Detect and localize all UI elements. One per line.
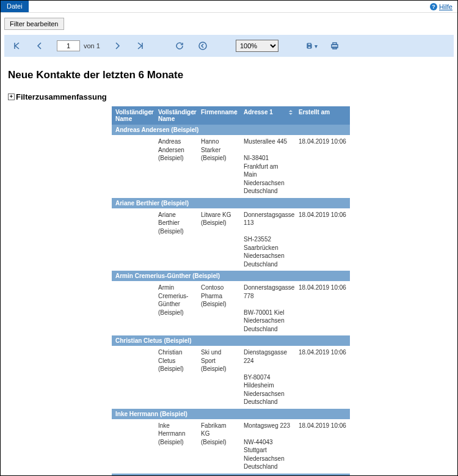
page-of-label: von 1 — [84, 42, 100, 49]
menubar: Datei ? Hilfe — [1, 1, 457, 13]
sort-icon — [190, 110, 195, 115]
filter-bar: Filter bearbeiten — [1, 13, 457, 35]
refresh-button[interactable] — [173, 40, 186, 52]
filter-summary-label: Filterzusammenfassung — [16, 92, 107, 101]
sort-icon — [288, 110, 293, 115]
print-button[interactable] — [329, 40, 341, 52]
svg-point-0 — [199, 42, 206, 49]
table-row: Inke Herrmann (Beispiel)Fabrikam KG (Bei… — [112, 419, 350, 474]
group-header-row[interactable]: Jan Schräpel (Beispiel) — [112, 474, 350, 476]
report-toolbar: von 1 100% ▾ — [4, 35, 454, 57]
sort-icon — [147, 110, 152, 115]
table-row: Ariane Berthier (Beispiel)Litware KG (Be… — [112, 208, 350, 271]
table-row: Armin Cremerius-Günther (Beispiel)Contos… — [112, 281, 350, 335]
help-icon: ? — [430, 3, 437, 10]
svg-rect-2 — [308, 46, 311, 48]
group-header-row[interactable]: Armin Cremerius-Günther (Beispiel) — [112, 271, 350, 281]
app-window: Datei ? Hilfe Filter bearbeiten von 1 — [0, 0, 458, 476]
chevron-down-icon: ▾ — [314, 43, 318, 49]
last-page-button[interactable] — [134, 40, 147, 52]
menu-file[interactable]: Datei — [1, 1, 29, 12]
first-page-button[interactable] — [10, 40, 23, 52]
group-header-row[interactable]: Andreas Andersen (Beispiel) — [112, 125, 350, 135]
page-number-input[interactable] — [57, 40, 80, 51]
group-header-row[interactable]: Ariane Berthier (Beispiel) — [112, 198, 350, 208]
column-header-fullname-2[interactable]: Vollständiger Name — [154, 106, 197, 125]
back-button[interactable] — [197, 40, 209, 52]
column-header-address[interactable]: Adresse 1 — [240, 106, 295, 125]
svg-rect-4 — [333, 43, 336, 45]
column-header-created[interactable]: Erstellt am — [295, 106, 350, 125]
table-row: Christian Cletus (Beispiel)Ski und Sport… — [112, 346, 350, 409]
expand-icon: + — [8, 93, 15, 100]
table-row: Andreas Andersen (Beispiel)Hanno Starker… — [112, 135, 350, 198]
next-page-button[interactable] — [111, 40, 123, 52]
edit-filter-button[interactable]: Filter bearbeiten — [4, 18, 64, 30]
report-table: Vollständiger Name Vollständiger Name Fi… — [112, 106, 350, 475]
column-header-fullname-1[interactable]: Vollständiger Name — [112, 106, 154, 125]
report-title: Neue Kontakte der letzten 6 Monate — [8, 69, 448, 81]
group-header-row[interactable]: Inke Herrmann (Beispiel) — [112, 409, 350, 419]
svg-rect-1 — [308, 43, 311, 45]
zoom-select[interactable]: 100% — [236, 40, 278, 52]
sort-icon — [233, 110, 238, 115]
prev-page-button[interactable] — [34, 40, 46, 52]
help-link[interactable]: Hilfe — [439, 3, 453, 10]
filter-summary-toggle[interactable]: + Filterzusammenfassung — [8, 92, 448, 101]
column-header-company[interactable]: Firmenname — [197, 106, 240, 125]
save-button[interactable]: ▾ — [305, 40, 318, 52]
group-header-row[interactable]: Christian Cletus (Beispiel) — [112, 335, 350, 346]
report-viewport[interactable]: Neue Kontakte der letzten 6 Monate + Fil… — [4, 60, 454, 475]
